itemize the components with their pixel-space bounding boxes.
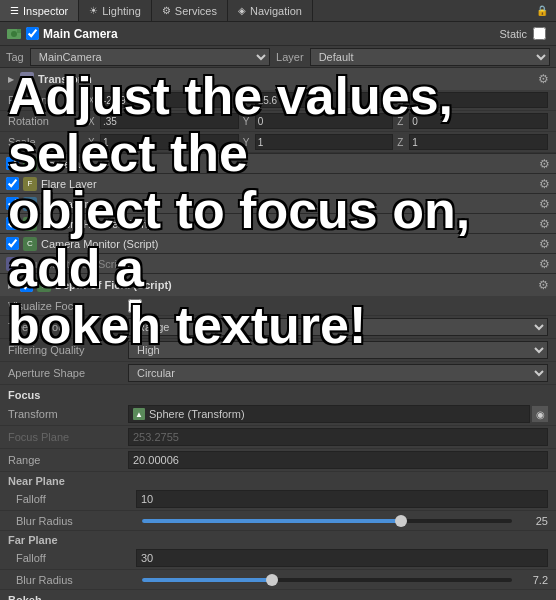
object-name: Main Camera [43,27,499,41]
scale-z-input[interactable] [409,134,548,150]
focus-transform-value: ▲ Sphere (Transform) [128,405,530,423]
transform-component: ▶ T Transform ⚙ Position X Y [0,68,556,154]
transform-chevron: ▶ [6,74,16,84]
dof-settings-icon[interactable]: ⚙ [536,278,550,292]
object-enabled-checkbox[interactable] [26,27,39,40]
guilayer-name: GUILayer [41,198,539,210]
position-x-input[interactable] [100,92,239,108]
focus-transform-label: Transform [8,408,128,420]
flare-settings-icon[interactable]: ⚙ [539,177,550,191]
guilayer-component: G GUILayer ⚙ [0,194,556,214]
tab-services[interactable]: ⚙ Services [152,0,228,21]
camera-handler-checkbox[interactable] [6,217,19,230]
camera-monitor-component: C Camera Monitor (Script) ⚙ [0,234,556,254]
camera-settings-icon[interactable]: ⚙ [539,157,550,171]
rotation-y-field: Y [243,113,394,129]
tweak-mode-label: Tweak Mode [8,321,128,333]
flare-layer-component: F Flare Layer ⚙ [0,174,556,194]
position-x-field: X [88,92,239,108]
lock-button[interactable]: 🔒 [528,2,556,19]
tweak-mode-row: Tweak Mode Range [0,316,556,339]
dof-enabled-checkbox[interactable] [20,279,33,292]
focus-plane-label: Focus Plane [8,431,128,443]
scale-z-field: Z [397,134,548,150]
camera-handler-icon: C [23,217,37,231]
near-blur-track[interactable] [142,519,512,523]
inspector-content: Adjust the values, select the object to … [0,68,556,600]
rotation-x-input[interactable] [100,113,239,129]
guilayer-icon: G [23,197,37,211]
object-header: Main Camera Static [0,22,556,46]
tab-lighting[interactable]: ☀ Lighting [79,0,152,21]
flare-layer-checkbox[interactable] [6,177,19,190]
dof-header[interactable]: ▶ C Depth Of Field (Script) ⚙ [0,274,556,296]
position-label: Position [8,94,88,106]
static-checkbox[interactable] [533,27,546,40]
far-falloff-input[interactable] [136,549,548,567]
transform-settings-icon[interactable]: ⚙ [536,72,550,86]
flare-layer-name: Flare Layer [41,178,539,190]
range-label: Range [8,454,128,466]
tab-navigation[interactable]: ◈ Navigation [228,0,313,21]
position-y-input[interactable] [255,92,394,108]
far-falloff-row: Falloff [0,547,556,570]
rotation-z-field: Z [397,113,548,129]
audio-settings-icon[interactable]: ⚙ [539,257,550,271]
focus-transform-select-btn[interactable]: ◉ [532,406,548,422]
guilayer-settings-icon[interactable]: ⚙ [539,197,550,211]
visualize-focus-label: Visualize Focus [8,300,128,312]
transform-header[interactable]: ▶ T Transform ⚙ [0,68,556,90]
transform-icon: T [20,72,34,86]
guilayer-checkbox[interactable] [6,197,19,210]
inspector-icon: ☰ [10,5,19,16]
filtering-quality-dropdown[interactable]: High [128,341,548,359]
near-blur-row: Blur Radius 25 [0,511,556,531]
camera-handler-settings-icon[interactable]: ⚙ [539,217,550,231]
layer-dropdown[interactable]: Default [310,48,550,66]
visualize-focus-row: Visualize Focus [0,296,556,316]
tag-layer-row: Tag MainCamera Layer Default [0,46,556,68]
audio-listener-icon: A [6,257,20,271]
near-plane-label: Near Plane [0,472,556,488]
camera-comp-name: Camera [41,158,539,170]
audio-listener-component: A AudioListener (Script) ⚙ [0,254,556,274]
camera-monitor-settings-icon[interactable]: ⚙ [539,237,550,251]
near-falloff-label: Falloff [16,493,136,505]
tag-dropdown[interactable]: MainCamera [30,48,270,66]
visualize-focus-checkbox[interactable] [128,299,142,313]
scale-x-field: X [88,134,239,150]
far-blur-value: 7.2 [518,574,548,586]
camera-icon [6,26,22,42]
far-plane-label: Far Plane [0,531,556,547]
far-falloff-label: Falloff [16,552,136,564]
far-blur-track[interactable] [142,578,512,582]
audio-listener-name: AudioListener (Script) [24,258,539,270]
position-z-field: Z [397,92,548,108]
near-blur-label: Blur Radius [16,515,136,527]
near-falloff-input[interactable] [136,490,548,508]
flare-layer-icon: F [23,177,37,191]
rotation-row: Rotation X Y Z [0,111,556,132]
camera-checkbox[interactable] [6,157,19,170]
far-blur-label: Blur Radius [16,574,136,586]
aperture-shape-row: Aperture Shape Circular [0,362,556,385]
scale-x-input[interactable] [100,134,239,150]
scale-y-input[interactable] [255,134,394,150]
lighting-icon: ☀ [89,5,98,16]
tab-inspector[interactable]: ☰ Inspector [0,0,79,21]
dof-icon: C [37,278,51,292]
filtering-quality-row: Filtering Quality High [0,339,556,362]
aperture-shape-dropdown[interactable]: Circular [128,364,548,382]
svg-point-1 [11,31,17,37]
dof-component: ▶ C Depth Of Field (Script) ⚙ Visualize … [0,274,556,600]
camera-monitor-checkbox[interactable] [6,237,19,250]
rotation-y-input[interactable] [255,113,394,129]
camera-comp-icon: 📷 [23,157,37,171]
range-input[interactable] [128,451,548,469]
rotation-z-input[interactable] [409,113,548,129]
near-falloff-row: Falloff [0,488,556,511]
tweak-mode-dropdown[interactable]: Range [128,318,548,336]
sphere-icon: ▲ [133,408,145,420]
near-blur-value: 25 [518,515,548,527]
position-z-input[interactable] [409,92,548,108]
